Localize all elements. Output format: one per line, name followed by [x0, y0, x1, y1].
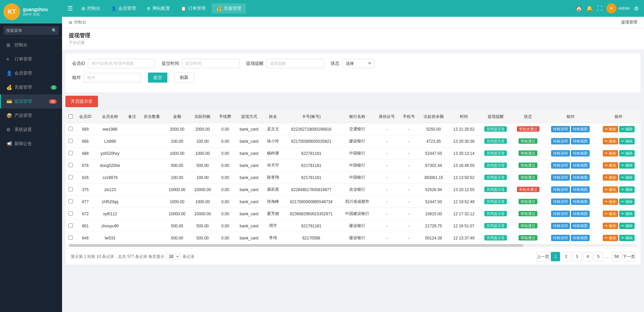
row-checkbox-9[interactable]: [68, 235, 73, 240]
sidebar-item-recharge[interactable]: 💰 充值管理 0: [0, 80, 62, 94]
sidebar-item-settings[interactable]: ⚙ 系统设置 ‹: [0, 123, 62, 137]
page-size-select[interactable]: 10 20 50: [166, 253, 180, 260]
modify-btn-1[interactable]: ✏ 修改: [603, 138, 618, 144]
close-tip-btn-8[interactable]: 关闭提示音: [484, 223, 507, 228]
row-checkbox-7[interactable]: [68, 211, 73, 216]
edit-btn-4[interactable]: ✏ 编辑: [619, 174, 635, 181]
edit-btn-1[interactable]: ✏ 编辑: [619, 138, 635, 144]
topnav-site[interactable]: ⚙ 网站配置: [142, 3, 175, 13]
modify-btn-7[interactable]: ✏ 修改: [603, 211, 618, 217]
page-5-button[interactable]: 5: [594, 252, 603, 261]
transfer-note-btn-1[interactable]: 转账说明: [551, 138, 570, 144]
row-checkbox-5[interactable]: [68, 187, 73, 191]
gear-icon[interactable]: ⚙: [634, 5, 639, 12]
notification-icon[interactable]: 🔔: [586, 5, 593, 12]
edit-btn-8[interactable]: ✏ 编辑: [619, 223, 635, 229]
transfer-screenshot-btn-1[interactable]: 转账截图: [571, 138, 590, 144]
transfer-screenshot-btn-8[interactable]: 转账截图: [571, 223, 590, 229]
edit-btn-3[interactable]: ✏ 编辑: [619, 162, 635, 169]
transfer-note-btn-6[interactable]: 转账说明: [551, 198, 570, 205]
modify-btn-9[interactable]: ✏ 修改: [603, 235, 618, 241]
admin-profile[interactable]: A Admin: [606, 3, 630, 13]
topnav-member[interactable]: 👤 会员管理: [106, 3, 141, 13]
sidebar-item-dashboard[interactable]: ⊞ 控制台: [0, 38, 62, 52]
transfer-note-btn-5[interactable]: 转账说明: [551, 186, 570, 193]
transfer-screenshot-btn-6[interactable]: 转账截图: [571, 198, 590, 205]
modify-btn-4[interactable]: ✏ 修改: [603, 174, 618, 181]
edit-btn-2[interactable]: ✏ 编辑: [619, 150, 635, 157]
next-page-button[interactable]: 下一页: [623, 252, 635, 261]
close-tip-btn-0[interactable]: 关闭提示音: [484, 126, 507, 132]
page-4-button[interactable]: 4: [583, 252, 592, 261]
status-select[interactable]: 选择 审核未通过 审核通过 待审核: [342, 59, 374, 68]
transfer-note-btn-3[interactable]: 转账说明: [551, 162, 570, 169]
verify-input[interactable]: [84, 73, 141, 82]
close-tip-btn-4[interactable]: 关闭提示音: [484, 175, 507, 180]
transfer-screenshot-btn-2[interactable]: 转账截图: [571, 150, 590, 157]
row-checkbox-2[interactable]: [68, 151, 73, 155]
transfer-screenshot-btn-9[interactable]: 转账截图: [571, 235, 590, 241]
row-checkbox-0[interactable]: [68, 127, 73, 131]
page-2-button[interactable]: 2: [561, 252, 571, 261]
transfer-note-btn-2[interactable]: 转账说明: [551, 150, 570, 157]
edit-btn-7[interactable]: ✏ 编辑: [619, 211, 635, 217]
close-tip-btn-3[interactable]: 关闭提示音: [484, 163, 507, 168]
horizontal-scrollbar[interactable]: [69, 244, 637, 247]
member-id-input[interactable]: [88, 59, 155, 68]
close-tip-btn-6[interactable]: 关闭提示音: [484, 199, 507, 204]
page-58-button[interactable]: 58: [612, 252, 621, 261]
transfer-screenshot-btn-5[interactable]: 转账截图: [571, 186, 590, 193]
close-tip-btn-2[interactable]: 关闭提示音: [484, 150, 507, 156]
sidebar-item-news[interactable]: 📢 新闻公告: [0, 137, 62, 151]
page-3-button[interactable]: 3: [572, 252, 582, 261]
prev-page-button[interactable]: 上一页: [537, 252, 549, 261]
tip-input[interactable]: [266, 59, 324, 68]
transfer-screenshot-btn-7[interactable]: 转账截图: [571, 211, 590, 217]
cell-bank-6: 四川省成都市: [340, 196, 374, 208]
row-checkbox-6[interactable]: [68, 199, 73, 204]
row-checkbox-8[interactable]: [68, 223, 73, 228]
edit-btn-6[interactable]: ✏ 编辑: [619, 198, 635, 205]
row-checkbox-3[interactable]: [68, 163, 73, 167]
modify-btn-3[interactable]: ✏ 修改: [603, 162, 618, 169]
transfer-note-btn-8[interactable]: 转账说明: [551, 223, 570, 229]
close-tip-btn-1[interactable]: 关闭提示音: [484, 138, 507, 144]
topnav-order[interactable]: 📋 订单管理: [176, 3, 210, 13]
submit-time-input[interactable]: [182, 59, 239, 68]
page-1-button[interactable]: 1: [551, 252, 560, 261]
home-icon[interactable]: 🏠: [576, 5, 582, 12]
refresh-button[interactable]: 刷新: [174, 72, 194, 83]
select-all-checkbox[interactable]: [68, 114, 73, 119]
edit-btn-9[interactable]: ✏ 编辑: [619, 235, 635, 241]
menu-toggle-button[interactable]: ☰: [67, 5, 73, 12]
sidebar-item-product[interactable]: 📦 产品管理 ‹: [0, 108, 62, 123]
transfer-note-btn-0[interactable]: 转账说明: [551, 126, 570, 132]
tip-toggle-button[interactable]: 开启提示音: [65, 96, 98, 107]
transfer-screenshot-btn-4[interactable]: 转账截图: [571, 174, 590, 181]
modify-btn-6[interactable]: ✏ 修改: [603, 198, 618, 205]
row-checkbox-1[interactable]: [68, 139, 73, 143]
row-checkbox-4[interactable]: [68, 175, 73, 179]
modify-btn-2[interactable]: ✏ 修改: [603, 150, 618, 157]
transfer-note-btn-4[interactable]: 转账说明: [551, 174, 570, 181]
topnav-recharge[interactable]: 💰 充值管理: [212, 3, 246, 13]
sidebar-item-member[interactable]: 👤 会员管理: [0, 66, 62, 80]
edit-btn-5[interactable]: ✏ 编辑: [619, 186, 635, 193]
transfer-screenshot-btn-0[interactable]: 转账截图: [571, 126, 590, 132]
transfer-note-btn-9[interactable]: 转账说明: [551, 235, 570, 241]
close-tip-btn-7[interactable]: 关闭提示音: [484, 211, 507, 216]
edit-btn-0[interactable]: ✏ 编辑: [619, 126, 635, 132]
sidebar-search-input[interactable]: [3, 26, 59, 35]
modify-btn-5[interactable]: ✏ 修改: [603, 186, 618, 193]
sidebar-item-order[interactable]: ≡ 订单管理: [0, 52, 62, 66]
modify-btn-8[interactable]: ✏ 修改: [603, 223, 618, 229]
close-tip-btn-5[interactable]: 关闭提示音: [484, 187, 507, 192]
close-tip-btn-9[interactable]: 关闭提示音: [484, 235, 507, 240]
submit-button[interactable]: 提交: [148, 73, 167, 83]
modify-btn-0[interactable]: ✏ 修改: [603, 126, 618, 132]
sidebar-item-withdrawal[interactable]: 💳 提现管理 45: [0, 94, 62, 108]
transfer-note-btn-7[interactable]: 转账说明: [551, 211, 570, 217]
topnav-dashboard[interactable]: ⊞ 控制台: [77, 3, 105, 13]
transfer-screenshot-btn-3[interactable]: 转账截图: [571, 162, 590, 169]
fullscreen-icon[interactable]: ⛶: [597, 5, 602, 11]
